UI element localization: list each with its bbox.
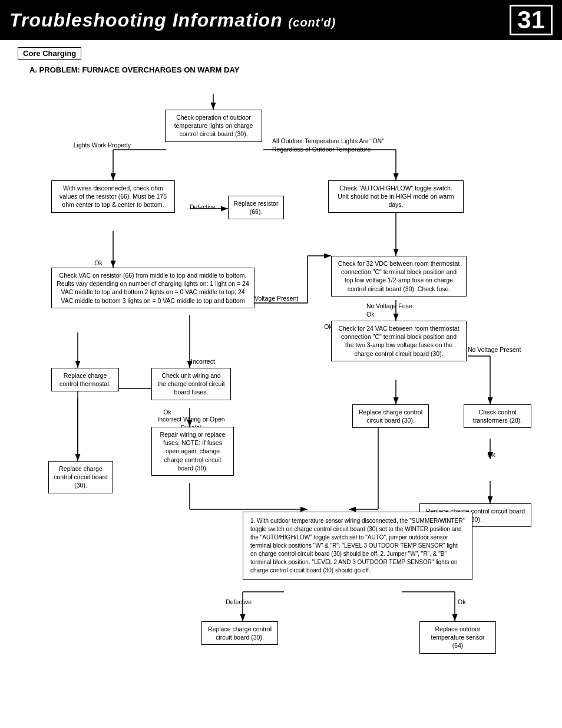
- check-24vac-box: Check for 24 VAC between room thermostat…: [331, 321, 467, 361]
- ok-5-label: Ok: [458, 598, 472, 606]
- no-voltage-present-label: No Voltage Present: [468, 345, 524, 354]
- incorrect-label: Incorrect: [191, 357, 229, 365]
- check-outdoor-lights-box: Check operation of outdoor temperature l…: [165, 110, 262, 142]
- check-unit-wiring-box: Check unit wiring and the charge control…: [151, 368, 231, 400]
- lights-work-properly-label: Lights Work Properly: [54, 141, 131, 149]
- content-area: Core Charging A. PROBLEM: FURNACE OVERCH…: [0, 40, 562, 664]
- check-auto-high-low-box: Check "AUTO/HIGH/LOW" toggle switch. Uni…: [328, 180, 464, 213]
- note-box: 1. With outdoor temperature sensor wirin…: [243, 512, 472, 580]
- page-number: 31: [510, 5, 553, 35]
- problem-heading: A. PROBLEM: FURNACE OVERCHARGES ON WARM …: [29, 65, 544, 74]
- title-text: Troubleshooting Information: [9, 9, 283, 31]
- replace-charge-board-bottom-left-box: Replace charge control circuit board (30…: [201, 621, 278, 645]
- all-outdoor-on-label: All Outdoor Temperature Lights Are "ON" …: [272, 137, 408, 153]
- contd-text: (cont'd): [289, 16, 336, 29]
- voltage-present-label: Voltage Present: [254, 294, 305, 302]
- ok-1-label: Ok: [90, 259, 107, 267]
- replace-charge-board-left-box: Replace charge control circuit board (30…: [48, 461, 113, 493]
- section-label: Core Charging: [18, 47, 81, 60]
- page-header: Troubleshooting Information (cont'd) 31: [0, 0, 562, 40]
- no-voltage-fuse-ok-label: No Voltage Fuse Ok: [366, 302, 419, 318]
- repair-wiring-box: Repair wiring or replace fuses. NOTE: If…: [151, 427, 234, 476]
- check-32vdc-box: Check for 32 VDC between room thermostat…: [331, 256, 467, 297]
- replace-charge-board-1-box: Replace charge control circuit board (30…: [352, 404, 429, 428]
- replace-charge-therm-box: Replace charge control thermostat.: [51, 368, 119, 391]
- check-resistor-box: With wires disconnected, check ohm value…: [51, 180, 175, 213]
- check-transformers-box: Check control transformers (28).: [464, 404, 531, 428]
- ok-4-label: Ok: [485, 450, 497, 459]
- header-title: Troubleshooting Information (cont'd): [9, 9, 336, 31]
- replace-resistor-box: Replace resistor (66).: [228, 196, 284, 219]
- replace-outdoor-sensor-box: Replace outdoor temperature sensor (64): [419, 621, 496, 654]
- flowchart: Check operation of outdoor temperature l…: [19, 85, 543, 657]
- defective-2-label: Defective: [213, 598, 252, 606]
- defective-1-label: Defective: [190, 203, 225, 211]
- check-vac-resistor-box: Check VAC on resistor (66) from middle t…: [51, 268, 254, 308]
